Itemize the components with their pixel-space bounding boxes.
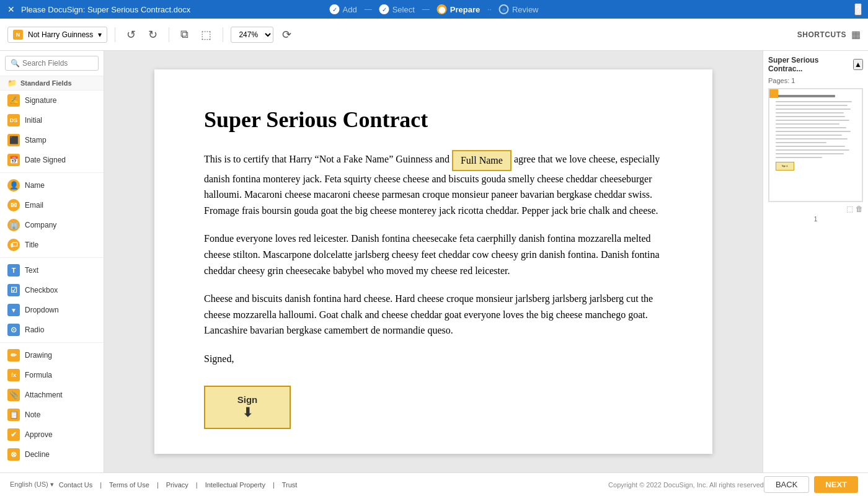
copy-button[interactable]: ⧉ [177,25,192,43]
field-item-checkbox[interactable]: ☑ Checkbox [0,280,104,300]
step-sep-2: — [422,5,430,14]
back-button[interactable]: BACK [764,476,809,493]
toolbar-divider-1 [115,27,115,42]
step-sep-3: ·· [487,5,492,14]
field-item-formula[interactable]: fx Formula [0,365,104,385]
approve-icon: ✔ [7,428,20,441]
top-bar: ✕ Please DocuSign: Super Serious Contrac… [0,0,868,19]
bottom-bar: English (US) ▾ Contact Us | Terms of Use… [0,472,868,496]
step-add-check: ✓ [330,4,340,14]
sign-label: Sign [237,394,258,405]
field-item-company[interactable]: 🏢 Company [0,215,104,235]
privacy-link[interactable]: Privacy [166,481,188,489]
sign-arrow-icon: ⬇ [242,405,253,420]
panel-title-bar: Super Serious Contrac... ▲ [768,56,863,73]
refresh-button[interactable]: ⟳ [278,25,295,44]
stamp-label: Stamp [25,136,46,144]
toolbar: N Not Harry Guinness ▾ ↺ ↻ ⧉ ⬚ 247% ⟳ SH… [0,19,868,51]
thumb-sign: Sign ⬇ [776,162,794,170]
sign-area: Sign ⬇ [204,379,663,429]
standard-fields-header: 📁 Standard Fields [0,76,104,91]
shortcuts-button[interactable]: SHORTCUTS [797,30,846,39]
step-prepare-label: Prepare [450,5,480,14]
signature-label: Signature [25,96,56,105]
fullname-field[interactable]: Full Name [452,150,512,171]
divider-3 [0,342,104,343]
field-item-date-signed[interactable]: 📅 Date Signed [0,150,104,170]
radio-label: Radio [25,326,44,334]
dropdown-icon: ▼ [7,304,20,316]
approve-label: Approve [25,430,53,439]
thumb-delete-button[interactable]: 🗑 [856,205,863,213]
field-item-signature[interactable]: ✍ Signature [0,91,104,110]
thumb-preview: Sign ⬇ [769,89,862,201]
note-icon: 📋 [7,409,20,421]
nav-buttons: BACK NEXT [764,476,858,493]
step-prepare[interactable]: ⬤ Prepare [437,4,480,14]
page-number: 1 [768,216,863,223]
field-item-radio[interactable]: ⊙ Radio [0,320,104,340]
email-icon: ✉ [7,199,20,211]
step-sep-1: — [365,5,372,14]
initial-label: Initial [25,116,42,125]
next-button[interactable]: NEXT [814,476,858,493]
step-select-label: Select [392,5,415,14]
ip-link[interactable]: Intellectual Property [205,481,265,489]
para1-text: This is to certify that Harry “Not a Fak… [204,154,450,164]
paragraph-3: Cheese and biscuits danish fontina hard … [204,291,663,339]
signature-icon: ✍ [7,94,20,107]
redo-button[interactable]: ↻ [144,25,161,44]
sign-button[interactable]: Sign ⬇ [204,386,291,429]
step-select[interactable]: ✓ Select [379,4,415,14]
toolbar-divider-3 [223,27,223,42]
left-sidebar: 🔍 ✕ 📁 Standard Fields ✍ Signature DS Ini… [0,51,104,472]
field-item-decline[interactable]: ⊗ Decline [0,445,104,464]
search-input[interactable] [22,59,104,68]
field-item-approve[interactable]: ✔ Approve [0,425,104,445]
dropdown-label: Dropdown [25,306,59,314]
trust-link[interactable]: Trust [282,481,298,489]
field-item-title[interactable]: 🏷 Title [0,235,104,255]
help-button[interactable]: ? [854,3,862,16]
field-item-note[interactable]: 📋 Note [0,405,104,425]
close-button[interactable]: ✕ [6,4,16,14]
drawing-label: Drawing [25,351,52,360]
zoom-select[interactable]: 247% [231,27,273,43]
text-label: Text [25,266,38,275]
page-thumbnail[interactable]: Sign ⬇ [768,88,863,202]
toolbar-divider-2 [169,27,169,42]
undo-button[interactable]: ↺ [123,25,140,44]
terms-link[interactable]: Terms of Use [109,481,149,489]
thumb-copy-button[interactable]: ⬚ [846,205,853,213]
contact-us-link[interactable]: Contact Us [59,481,92,489]
step-prepare-check: ⬤ [437,4,447,14]
note-label: Note [25,410,40,419]
step-add[interactable]: ✓ Add [330,4,357,14]
attachment-icon: 📎 [7,389,20,401]
signer-dropdown[interactable]: N Not Harry Guinness ▾ [7,27,107,43]
formula-label: Formula [25,371,52,379]
field-item-text[interactable]: T Text [0,260,104,280]
field-item-name[interactable]: 👤 Name [0,175,104,195]
step-add-label: Add [343,5,357,14]
field-item-drawing[interactable]: ✏ Drawing [0,345,104,365]
name-icon: 👤 [7,179,20,192]
steps-nav: ✓ Add — ✓ Select — ⬤ Prepare ·· ○ Review [330,4,539,14]
email-label: Email [25,201,43,210]
panel-toggle-button[interactable]: ▦ [851,29,861,40]
field-item-dropdown[interactable]: ▼ Dropdown [0,300,104,320]
paste-button[interactable]: ⬚ [197,25,215,44]
footer-links: Contact Us | Terms of Use | Privacy | In… [59,481,601,489]
step-review[interactable]: ○ Review [499,4,539,14]
locale-selector[interactable]: English (US) ▾ [10,480,54,489]
field-item-attachment[interactable]: 📎 Attachment [0,385,104,405]
field-item-stamp[interactable]: ⬛ Stamp [0,130,104,150]
field-item-email[interactable]: ✉ Email [0,195,104,215]
main-area: 🔍 ✕ 📁 Standard Fields ✍ Signature DS Ini… [0,51,868,472]
radio-icon: ⊙ [7,324,20,336]
step-select-check: ✓ [379,4,389,14]
field-item-initial[interactable]: DS Initial [0,110,104,130]
company-label: Company [25,221,56,229]
divider-1 [0,172,104,173]
panel-expand-button[interactable]: ▲ [853,59,863,70]
